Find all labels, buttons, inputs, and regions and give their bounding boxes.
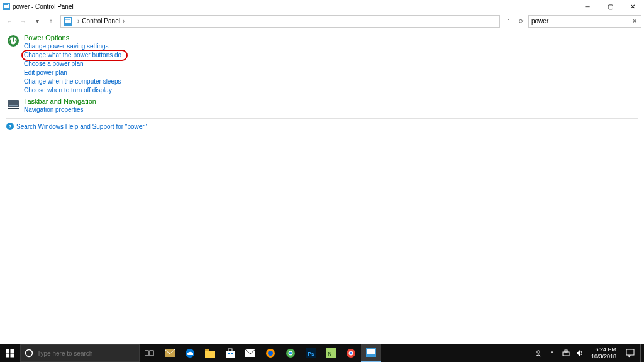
svg-rect-22	[226, 351, 235, 358]
svg-rect-12	[11, 349, 14, 353]
svg-rect-8	[8, 100, 19, 107]
svg-text:Ps: Ps	[308, 351, 314, 357]
taskbar-search[interactable]	[20, 344, 140, 362]
up-button[interactable]: ↑	[44, 14, 58, 28]
taskbar-app-chrome[interactable]	[280, 344, 301, 362]
recent-dropdown-icon[interactable]: ▾	[30, 14, 44, 28]
group-heading[interactable]: Taskbar and Navigation	[24, 97, 638, 105]
taskbar-clock[interactable]: 6:24 PM 10/3/2018	[587, 344, 620, 362]
search-input[interactable]	[531, 18, 631, 25]
svg-rect-44	[626, 349, 634, 355]
link-change-power-saving-settings[interactable]: Change power-saving settings	[24, 42, 638, 51]
window-title: power - Control Panel	[13, 3, 74, 10]
svg-rect-11	[6, 349, 9, 353]
svg-rect-10	[8, 108, 19, 109]
group-heading[interactable]: Power Options	[24, 34, 638, 41]
refresh-button[interactable]: ⟳	[516, 16, 527, 27]
taskbar-app-photoshop[interactable]: Ps	[301, 344, 321, 362]
taskbar-app-chrome-2[interactable]	[341, 344, 361, 362]
search-help-link[interactable]: ? Search Windows Help and Support for "p…	[6, 123, 638, 130]
taskbar-app-notepadpp[interactable]: N	[321, 344, 341, 362]
svg-rect-9	[9, 105, 18, 106]
svg-point-28	[268, 351, 273, 356]
svg-rect-25	[231, 353, 233, 354]
svg-rect-14	[11, 354, 14, 358]
link-choose-when-turn-off-display[interactable]: Choose when to turn off display	[24, 86, 638, 95]
link-change-when-computer-sleeps[interactable]: Change when the computer sleeps	[24, 77, 638, 86]
link-navigation-properties[interactable]: Navigation properties	[24, 106, 638, 114]
taskbar-navigation-icon	[6, 97, 20, 111]
svg-point-15	[26, 350, 33, 357]
link-edit-power-plan[interactable]: Edit power plan	[24, 69, 638, 77]
svg-point-41	[537, 351, 540, 353]
svg-point-31	[289, 352, 292, 355]
svg-rect-42	[563, 352, 569, 356]
window-titlebar: power - Control Panel ─ ▢ ✕	[0, 0, 644, 13]
taskbar-app-mail[interactable]	[160, 344, 180, 362]
svg-rect-40	[367, 349, 375, 354]
control-panel-icon	[3, 3, 10, 10]
start-button[interactable]	[0, 344, 20, 362]
breadcrumb-separator: ›	[123, 18, 125, 25]
result-group-power-options: Power Options Change power-saving settin…	[6, 34, 638, 95]
address-bar[interactable]: › Control Panel ›	[60, 15, 500, 28]
svg-rect-5	[65, 19, 70, 20]
taskbar-app-control-panel[interactable]	[361, 344, 381, 362]
control-panel-icon	[64, 17, 72, 26]
tray-chevron-up-icon[interactable]: ˄	[547, 350, 557, 357]
svg-rect-21	[205, 349, 209, 351]
svg-point-38	[350, 352, 353, 355]
cortana-icon	[25, 349, 33, 358]
action-center-button[interactable]	[620, 344, 640, 362]
search-box[interactable]: ✕	[528, 15, 641, 28]
help-icon: ?	[6, 123, 14, 130]
power-options-icon	[6, 34, 20, 48]
svg-rect-16	[145, 351, 148, 356]
clear-search-icon[interactable]: ✕	[631, 18, 638, 25]
taskbar-app-mailapp[interactable]	[240, 344, 260, 362]
windows-taskbar: Ps N ˄ 6:24 PM 10/3/2018	[0, 344, 644, 362]
svg-rect-1	[4, 4, 9, 8]
clock-date: 10/3/2018	[591, 353, 616, 360]
back-button[interactable]: ←	[3, 14, 16, 28]
taskbar-app-edge[interactable]	[180, 344, 200, 362]
task-view-button[interactable]	[140, 344, 160, 362]
clock-time: 6:24 PM	[591, 346, 616, 353]
taskbar-pinned-apps: Ps N	[140, 344, 381, 362]
divider	[6, 118, 638, 119]
maximize-button[interactable]: ▢	[599, 0, 621, 13]
forward-button[interactable]: →	[16, 14, 30, 28]
taskbar-search-input[interactable]	[37, 350, 135, 357]
results-pane: Power Options Change power-saving settin…	[0, 30, 644, 134]
link-change-what-power-buttons-do[interactable]: Change what the power buttons do	[24, 51, 121, 60]
show-desktop-button[interactable]	[640, 344, 644, 362]
breadcrumb-root[interactable]: Control Panel	[82, 18, 120, 25]
tray-network-icon[interactable]	[561, 349, 571, 357]
navigation-bar: ← → ▾ ↑ › Control Panel › ˅ ⟳ ✕	[0, 13, 644, 30]
help-text: Search Windows Help and Support for "pow…	[16, 123, 147, 130]
result-group-taskbar-navigation: Taskbar and Navigation Navigation proper…	[6, 97, 638, 114]
link-choose-power-plan[interactable]: Choose a power plan	[24, 60, 638, 69]
svg-rect-17	[150, 351, 153, 356]
taskbar-app-firefox[interactable]	[260, 344, 280, 362]
close-button[interactable]: ✕	[621, 0, 644, 13]
tray-volume-icon[interactable]	[575, 349, 585, 357]
minimize-button[interactable]: ─	[576, 0, 599, 13]
taskbar-app-file-explorer[interactable]	[200, 344, 220, 362]
svg-text:N: N	[328, 351, 332, 357]
breadcrumb-separator: ›	[77, 18, 79, 25]
svg-rect-2	[4, 4, 8, 5]
svg-rect-43	[565, 350, 567, 352]
svg-rect-24	[228, 353, 230, 354]
address-dropdown-icon[interactable]: ˅	[502, 16, 514, 27]
taskbar-app-store[interactable]	[220, 344, 240, 362]
svg-rect-20	[205, 351, 215, 358]
tray-people-icon[interactable]	[533, 349, 543, 357]
svg-rect-13	[6, 354, 9, 358]
system-tray[interactable]: ˄	[531, 344, 587, 362]
